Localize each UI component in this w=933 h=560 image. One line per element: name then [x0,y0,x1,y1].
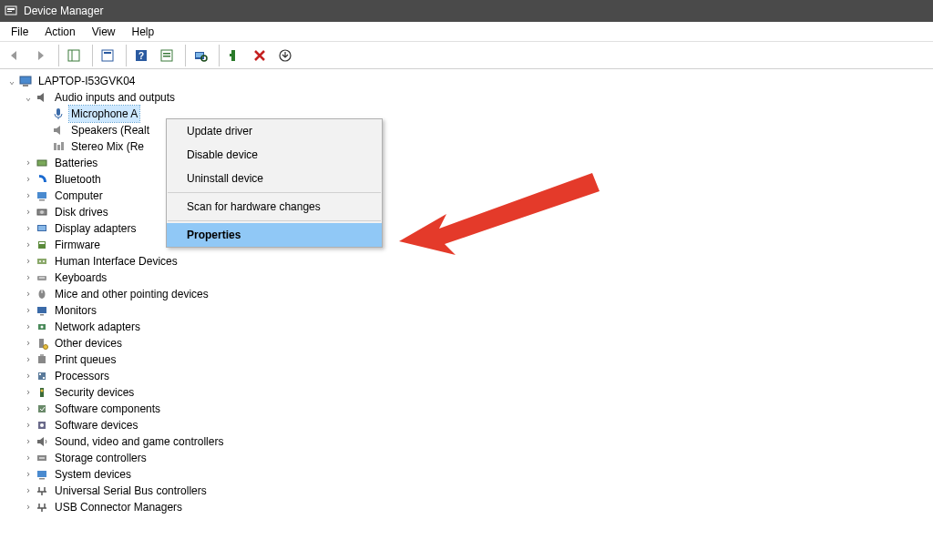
category-node[interactable]: ›Display adapters [22,220,928,237]
category-label[interactable]: Print queues [53,351,118,368]
category-node[interactable]: ›Software devices [22,417,928,433]
expand-icon[interactable]: › [22,335,35,351]
category-audio-label[interactable]: Audio inputs and outputs [53,89,177,106]
category-label[interactable]: Universal Serial Bus controllers [53,483,209,499]
expand-icon[interactable]: › [22,450,35,466]
device-stereomix-label[interactable]: Stereo Mix (Re [69,138,146,155]
help-button[interactable]: ? [130,45,152,66]
category-node[interactable]: ›Security devices [22,384,928,401]
category-label[interactable]: System devices [53,466,133,483]
category-node[interactable]: ›Batteries [22,155,928,171]
svg-rect-16 [230,54,232,56]
menu-view[interactable]: View [85,24,123,40]
category-node[interactable]: ›System devices [22,466,928,483]
category-label[interactable]: Software devices [53,417,139,433]
category-node[interactable]: ›Human Interface Devices [22,253,928,270]
device-tree[interactable]: ⌄ LAPTOP-I53GVK04 ⌄ Audio inputs and out… [0,69,933,519]
category-node[interactable]: ›Network adapters [22,319,928,335]
category-node[interactable]: ›Firmware [22,237,928,253]
expand-icon[interactable]: › [22,253,35,270]
expand-icon[interactable]: ⌄ [5,73,18,89]
expand-icon[interactable]: › [22,237,35,253]
category-label[interactable]: Storage controllers [53,450,149,466]
expand-icon[interactable]: › [22,220,35,237]
expand-icon[interactable]: › [22,188,35,204]
category-node[interactable]: ›Universal Serial Bus controllers [22,483,928,499]
category-label[interactable]: Other devices [53,335,124,351]
properties-button[interactable] [97,45,118,66]
category-node[interactable]: ›Computer [22,188,928,204]
category-node[interactable]: ›Monitors [22,302,928,319]
category-label[interactable]: Disk drives [53,204,110,220]
expand-icon[interactable]: › [22,433,35,450]
expand-icon[interactable]: ⌄ [22,89,35,106]
category-label[interactable]: Sound, video and game controllers [53,433,225,450]
category-label[interactable]: Computer [53,188,105,204]
svg-rect-5 [102,50,113,61]
category-icon [35,254,49,269]
category-label[interactable]: Software components [53,401,162,417]
category-node[interactable]: ›USB Connector Managers [22,499,928,515]
context-scan-hardware[interactable]: Scan for hardware changes [167,195,382,219]
category-node[interactable]: ›Bluetooth [22,171,928,188]
device-microphone-label[interactable]: Microphone A [69,106,139,122]
category-node[interactable]: ›Software components [22,401,928,417]
expand-icon[interactable]: › [22,483,35,499]
expand-icon[interactable]: › [22,319,35,335]
category-node[interactable]: ›Storage controllers [22,450,928,466]
category-label[interactable]: USB Connector Managers [53,499,184,515]
root-node-label[interactable]: LAPTOP-I53GVK04 [36,73,138,89]
context-disable-device[interactable]: Disable device [167,143,382,167]
expand-icon[interactable]: › [22,499,35,515]
expand-icon[interactable]: › [22,368,35,384]
category-label[interactable]: Human Interface Devices [53,253,179,270]
menu-file[interactable]: File [4,24,36,40]
expand-icon[interactable]: › [22,171,35,188]
device-speakers-label[interactable]: Speakers (Realt [69,122,151,138]
category-node[interactable]: ›Other devices [22,335,928,351]
category-node[interactable]: ›Sound, video and game controllers [22,433,928,450]
expand-icon[interactable]: › [22,417,35,433]
category-icon [35,369,49,383]
category-node[interactable]: ›Mice and other pointing devices [22,286,928,302]
scan-hardware-button[interactable] [190,45,211,66]
enable-device-button[interactable] [223,45,245,66]
expand-icon[interactable]: › [22,286,35,302]
svg-rect-11 [163,56,170,57]
category-node[interactable]: ›Print queues [22,351,928,368]
svg-rect-50 [39,373,41,375]
expand-icon[interactable]: › [22,466,35,483]
context-properties[interactable]: Properties [167,223,382,247]
category-label[interactable]: Processors [53,368,111,384]
expand-icon[interactable]: › [22,384,35,401]
category-label[interactable]: Display adapters [53,220,138,237]
category-node[interactable]: ›Disk drives [22,204,928,220]
expand-icon[interactable]: › [22,302,35,319]
context-update-driver[interactable]: Update driver [167,119,382,143]
back-button[interactable] [4,45,26,66]
category-label[interactable]: Monitors [53,302,98,319]
update-driver-button[interactable] [274,45,296,66]
category-label[interactable]: Firmware [53,237,102,253]
expand-icon[interactable]: › [22,270,35,286]
category-label[interactable]: Security devices [53,384,136,401]
menu-help[interactable]: Help [125,24,162,40]
expand-icon[interactable]: › [22,401,35,417]
category-label[interactable]: Batteries [53,155,99,171]
category-node[interactable]: ›Keyboards [22,270,928,286]
category-node[interactable]: ›Processors [22,368,928,384]
expand-icon[interactable]: › [22,155,35,171]
category-label[interactable]: Bluetooth [53,171,103,188]
uninstall-device-button[interactable] [249,45,271,66]
expand-icon[interactable]: › [22,351,35,368]
show-hide-tree-button[interactable] [63,45,85,66]
category-label[interactable]: Network adapters [53,319,142,335]
expand-icon[interactable]: › [22,204,35,220]
category-label[interactable]: Keyboards [53,270,108,286]
context-uninstall-device[interactable]: Uninstall device [167,167,382,190]
category-label[interactable]: Mice and other pointing devices [53,286,210,302]
menu-action[interactable]: Action [37,24,82,40]
svg-rect-47 [38,356,46,363]
action-button[interactable] [156,45,178,66]
forward-button[interactable] [29,45,51,66]
